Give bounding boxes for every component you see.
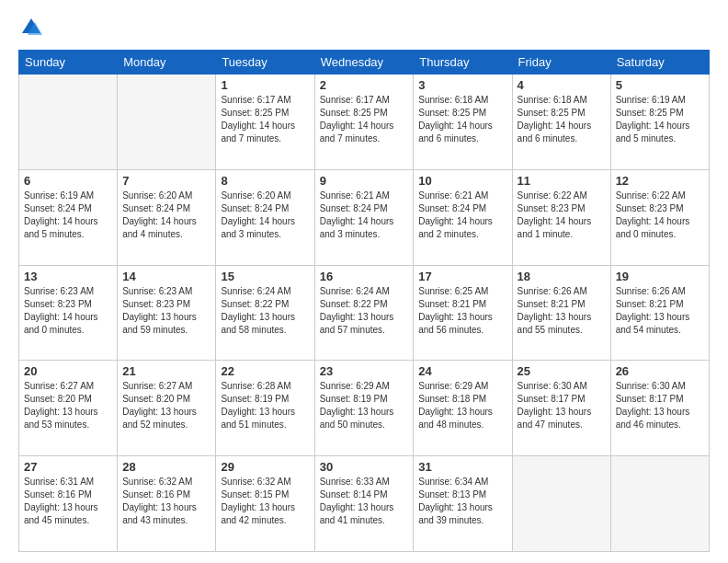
day-number: 5 [616,78,704,92]
day-number: 31 [418,460,506,474]
day-info: Sunrise: 6:23 AM Sunset: 8:23 PM Dayligh… [24,285,112,337]
calendar-cell: 4Sunrise: 6:18 AM Sunset: 8:25 PM Daylig… [512,75,610,170]
week-row-4: 27Sunrise: 6:31 AM Sunset: 8:16 PM Dayli… [19,456,710,552]
dow-header-thursday: Thursday [414,51,512,75]
calendar-cell: 16Sunrise: 6:24 AM Sunset: 8:22 PM Dayli… [314,265,414,361]
dow-header-friday: Friday [512,51,610,75]
day-info: Sunrise: 6:23 AM Sunset: 8:23 PM Dayligh… [122,285,210,337]
dow-header-sunday: Sunday [19,51,118,75]
day-number: 4 [518,78,606,92]
day-number: 20 [24,364,112,378]
logo-icon [18,15,44,40]
day-number: 30 [320,460,409,474]
day-number: 16 [320,270,409,283]
calendar-cell: 7Sunrise: 6:20 AM Sunset: 8:24 PM Daylig… [118,169,216,265]
dow-header-tuesday: Tuesday [216,51,314,75]
day-info: Sunrise: 6:19 AM Sunset: 8:24 PM Dayligh… [24,190,112,241]
calendar-cell: 3Sunrise: 6:18 AM Sunset: 8:25 PM Daylig… [414,75,512,170]
day-number: 24 [418,364,506,378]
calendar-cell: 20Sunrise: 6:27 AM Sunset: 8:20 PM Dayli… [19,361,118,456]
logo [18,15,48,40]
page: SundayMondayTuesdayWednesdayThursdayFrid… [0,0,728,563]
calendar-body: 1Sunrise: 6:17 AM Sunset: 8:25 PM Daylig… [19,75,710,552]
calendar-cell: 6Sunrise: 6:19 AM Sunset: 8:24 PM Daylig… [19,169,118,265]
calendar-cell: 14Sunrise: 6:23 AM Sunset: 8:23 PM Dayli… [118,265,216,361]
day-number: 8 [221,174,309,188]
week-row-0: 1Sunrise: 6:17 AM Sunset: 8:25 PM Daylig… [19,75,710,170]
calendar-cell: 8Sunrise: 6:20 AM Sunset: 8:24 PM Daylig… [216,169,314,265]
calendar-cell: 24Sunrise: 6:29 AM Sunset: 8:18 PM Dayli… [414,361,512,456]
calendar-cell: 2Sunrise: 6:17 AM Sunset: 8:25 PM Daylig… [314,75,414,170]
day-number: 27 [24,460,112,474]
calendar-cell: 17Sunrise: 6:25 AM Sunset: 8:21 PM Dayli… [414,265,512,361]
day-info: Sunrise: 6:18 AM Sunset: 8:25 PM Dayligh… [418,94,506,145]
day-info: Sunrise: 6:28 AM Sunset: 8:19 PM Dayligh… [221,380,309,431]
day-info: Sunrise: 6:33 AM Sunset: 8:14 PM Dayligh… [320,476,409,527]
day-info: Sunrise: 6:32 AM Sunset: 8:16 PM Dayligh… [122,476,210,527]
day-number: 23 [320,364,409,378]
calendar-cell: 21Sunrise: 6:27 AM Sunset: 8:20 PM Dayli… [118,361,216,456]
calendar-table: SundayMondayTuesdayWednesdayThursdayFrid… [18,50,710,552]
day-info: Sunrise: 6:30 AM Sunset: 8:17 PM Dayligh… [616,380,704,431]
week-row-1: 6Sunrise: 6:19 AM Sunset: 8:24 PM Daylig… [19,169,710,265]
day-info: Sunrise: 6:27 AM Sunset: 8:20 PM Dayligh… [122,380,210,431]
calendar-cell: 25Sunrise: 6:30 AM Sunset: 8:17 PM Dayli… [512,361,610,456]
day-number: 17 [418,270,506,283]
day-info: Sunrise: 6:24 AM Sunset: 8:22 PM Dayligh… [221,285,309,337]
calendar-cell [19,75,118,170]
day-number: 18 [518,270,606,283]
dow-header-monday: Monday [118,51,216,75]
week-row-2: 13Sunrise: 6:23 AM Sunset: 8:23 PM Dayli… [19,265,710,361]
calendar-cell: 28Sunrise: 6:32 AM Sunset: 8:16 PM Dayli… [118,456,216,552]
day-info: Sunrise: 6:32 AM Sunset: 8:15 PM Dayligh… [221,476,309,527]
day-info: Sunrise: 6:25 AM Sunset: 8:21 PM Dayligh… [418,285,506,337]
day-info: Sunrise: 6:29 AM Sunset: 8:18 PM Dayligh… [418,380,506,431]
day-number: 9 [320,174,409,188]
calendar-cell: 27Sunrise: 6:31 AM Sunset: 8:16 PM Dayli… [19,456,118,552]
day-info: Sunrise: 6:31 AM Sunset: 8:16 PM Dayligh… [24,476,112,527]
day-info: Sunrise: 6:20 AM Sunset: 8:24 PM Dayligh… [122,190,210,241]
calendar-cell: 11Sunrise: 6:22 AM Sunset: 8:23 PM Dayli… [512,169,610,265]
calendar-cell: 19Sunrise: 6:26 AM Sunset: 8:21 PM Dayli… [610,265,709,361]
calendar-cell [512,456,610,552]
calendar-cell: 1Sunrise: 6:17 AM Sunset: 8:25 PM Daylig… [216,75,314,170]
day-number: 13 [24,270,112,283]
dow-header-wednesday: Wednesday [314,51,414,75]
calendar-cell: 9Sunrise: 6:21 AM Sunset: 8:24 PM Daylig… [314,169,414,265]
day-info: Sunrise: 6:27 AM Sunset: 8:20 PM Dayligh… [24,380,112,431]
calendar-cell: 22Sunrise: 6:28 AM Sunset: 8:19 PM Dayli… [216,361,314,456]
calendar-cell: 10Sunrise: 6:21 AM Sunset: 8:24 PM Dayli… [414,169,512,265]
day-info: Sunrise: 6:22 AM Sunset: 8:23 PM Dayligh… [518,190,606,241]
calendar-cell: 5Sunrise: 6:19 AM Sunset: 8:25 PM Daylig… [610,75,709,170]
calendar-cell: 29Sunrise: 6:32 AM Sunset: 8:15 PM Dayli… [216,456,314,552]
calendar-cell: 13Sunrise: 6:23 AM Sunset: 8:23 PM Dayli… [19,265,118,361]
day-info: Sunrise: 6:22 AM Sunset: 8:23 PM Dayligh… [616,190,704,241]
day-number: 6 [24,174,112,188]
day-info: Sunrise: 6:20 AM Sunset: 8:24 PM Dayligh… [221,190,309,241]
header [18,15,710,40]
day-number: 12 [616,174,704,188]
day-number: 11 [518,174,606,188]
day-info: Sunrise: 6:29 AM Sunset: 8:19 PM Dayligh… [320,380,409,431]
day-info: Sunrise: 6:34 AM Sunset: 8:13 PM Dayligh… [418,476,506,527]
day-number: 3 [418,78,506,92]
day-info: Sunrise: 6:21 AM Sunset: 8:24 PM Dayligh… [320,190,409,241]
day-info: Sunrise: 6:18 AM Sunset: 8:25 PM Dayligh… [518,94,606,145]
day-number: 10 [418,174,506,188]
day-info: Sunrise: 6:17 AM Sunset: 8:25 PM Dayligh… [320,94,409,145]
day-number: 26 [616,364,704,378]
calendar-cell: 26Sunrise: 6:30 AM Sunset: 8:17 PM Dayli… [610,361,709,456]
calendar-cell: 23Sunrise: 6:29 AM Sunset: 8:19 PM Dayli… [314,361,414,456]
calendar-cell: 31Sunrise: 6:34 AM Sunset: 8:13 PM Dayli… [414,456,512,552]
day-number: 29 [221,460,309,474]
day-info: Sunrise: 6:21 AM Sunset: 8:24 PM Dayligh… [418,190,506,241]
day-number: 28 [122,460,210,474]
day-number: 19 [616,270,704,283]
calendar-cell [118,75,216,170]
week-row-3: 20Sunrise: 6:27 AM Sunset: 8:20 PM Dayli… [19,361,710,456]
day-info: Sunrise: 6:19 AM Sunset: 8:25 PM Dayligh… [616,94,704,145]
day-info: Sunrise: 6:17 AM Sunset: 8:25 PM Dayligh… [221,94,309,145]
day-info: Sunrise: 6:30 AM Sunset: 8:17 PM Dayligh… [518,380,606,431]
day-number: 14 [122,270,210,283]
day-number: 25 [518,364,606,378]
